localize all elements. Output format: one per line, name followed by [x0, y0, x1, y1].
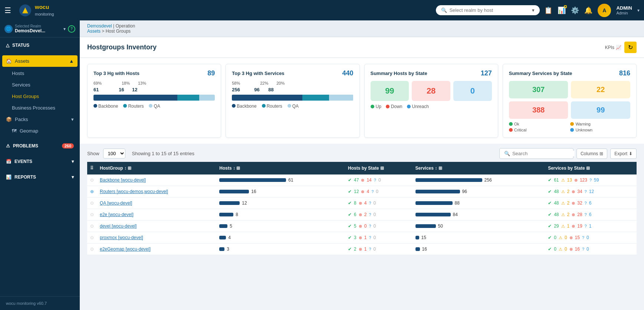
dashboard-icon-btn[interactable]: 📊: [558, 6, 566, 14]
search-box[interactable]: 🔍: [499, 148, 574, 159]
sidebar-item-problems[interactable]: ⚠ Problems 260: [0, 140, 80, 152]
sidebar-item-geomap[interactable]: 🗺 Geomap: [0, 125, 80, 137]
sok-icon-4: ✔: [548, 223, 552, 229]
sok-icon-5: ✔: [548, 235, 552, 240]
row-services-state-6: ✔ 0 ⚠ 0 ⊗ 16 ? 0: [545, 244, 637, 255]
kpis-chart-icon: 📈: [616, 45, 621, 50]
hok-count-3: 6: [354, 212, 356, 217]
sidebar-item-packs[interactable]: 📦 Packs ▾: [0, 114, 80, 125]
row-hosts-state-5: ✔ 3 ⊗ 1 ? 0: [345, 232, 413, 244]
hdown-count-1: 4: [367, 189, 369, 194]
hosts-bar-6: [219, 247, 224, 251]
hdown-count-5: 1: [364, 235, 367, 240]
row-services-state-5: ✔ 0 ⚠ 0 ⊗ 15 ? 0: [545, 232, 637, 244]
s-seg1-bar: [302, 95, 329, 101]
show-select[interactable]: 100 50 25: [103, 149, 125, 159]
settings-icon-btn[interactable]: ⚙️: [571, 6, 579, 14]
search-input[interactable]: [512, 151, 575, 156]
down-dot: [386, 105, 390, 108]
swarn-icon-6: ⚠: [559, 247, 562, 252]
sidebar-item-events[interactable]: 📅 Events ▾: [0, 155, 80, 168]
services-bar-5: [415, 236, 419, 239]
row-name-1[interactable]: Routers [wocu-demos,wocu-devel]: [97, 186, 216, 198]
th-hostgroup[interactable]: HostGroup ↕ ⊞: [97, 162, 216, 174]
h-seg2-bar: [199, 95, 215, 101]
realm-help-btn[interactable]: ?: [68, 25, 75, 33]
hamburger-icon[interactable]: ☰: [4, 6, 11, 15]
swarn-count-2: 2: [567, 200, 570, 206]
row-name-5[interactable]: proxmox [wocu-devel]: [97, 232, 216, 244]
sidebar-item-status[interactable]: △ Status: [0, 39, 80, 52]
table-row: ⊙ QA [wocu-devel] 12 ✔ 8 ⊗ 4 ? 0 88: [87, 198, 637, 209]
h-legend2: QA: [149, 104, 160, 109]
th-hosts-by-state[interactable]: Hosts by State ⊞: [345, 162, 413, 174]
sidebar-item-reports[interactable]: 📊 Reports ▾: [0, 171, 80, 183]
realm-label: Selected Realm: [15, 24, 45, 28]
services-count-3: 84: [453, 212, 458, 217]
svc-warning-count: 22: [597, 85, 605, 94]
swarn-count-4: 1: [567, 223, 570, 229]
down-label: Down: [391, 104, 402, 109]
row-name-4[interactable]: devel [wocu-devel]: [97, 221, 216, 232]
realm-dropdown-arrow[interactable]: ▾: [532, 7, 535, 13]
export-button[interactable]: Export ⬇: [610, 149, 637, 159]
row-hosts-3: 8: [216, 209, 345, 221]
reports-icon-btn[interactable]: 📋: [544, 6, 552, 14]
breadcrumb-current: Host Groups: [106, 29, 131, 34]
scrit-count-1: 34: [577, 189, 582, 194]
user-dropdown-arrow[interactable]: ▾: [637, 8, 640, 13]
realm-search-input[interactable]: [449, 7, 530, 13]
problems-label: Problems: [13, 143, 38, 149]
hostgroup-link-1[interactable]: Routers [wocu-demos,wocu-devel]: [100, 189, 168, 194]
breadcrumb-assets[interactable]: Assets: [87, 29, 101, 34]
services-count-2: 88: [455, 200, 460, 206]
th-hosts[interactable]: Hosts ↕ ⊞: [216, 162, 345, 174]
assets-icon: 🏠: [6, 58, 12, 64]
user-name: ADMIN: [616, 5, 632, 11]
sidebar-section-reports: 📊 Reports ▾: [0, 169, 80, 185]
refresh-button[interactable]: ↻: [624, 42, 637, 53]
hostgroup-link-2[interactable]: QA [wocu-devel]: [100, 200, 132, 206]
swarn-count-1: 2: [567, 189, 570, 194]
hosts-bar-1: [219, 190, 249, 193]
realm-dropdown-btn[interactable]: ▾: [63, 26, 66, 32]
th-services-by-state[interactable]: Services by State ⊞: [545, 162, 637, 174]
row-services-0: 256: [413, 174, 545, 186]
row-name-6[interactable]: e2eGeomap [wocu-devel]: [97, 244, 216, 255]
sidebar-item-assets[interactable]: 🏠 Assets ▲: [2, 55, 78, 67]
alerts-icon-btn[interactable]: 🔔: [584, 6, 592, 14]
sidebar-item-hostgroups[interactable]: Host Groups: [0, 91, 80, 102]
hostgroup-link-0[interactable]: Backbone [wocu-devel]: [100, 177, 146, 183]
sidebar-item-business-processes[interactable]: Business Processes: [0, 102, 80, 114]
columns-label: Columns: [581, 151, 598, 156]
packs-icon: 📦: [6, 117, 12, 122]
h-seg2-pct: 13%: [138, 81, 150, 85]
top3-hosts-total: 89: [207, 69, 215, 77]
sok-icon-3: ✔: [548, 212, 552, 217]
expand-icon-1[interactable]: ⊕: [90, 189, 94, 194]
hostgroup-link-3[interactable]: e2e [wocu-devel]: [100, 212, 134, 217]
row-name-3[interactable]: e2e [wocu-devel]: [97, 209, 216, 221]
hostgroup-link-6[interactable]: e2eGeomap [wocu-devel]: [100, 247, 151, 252]
search-icon: 🔍: [441, 7, 447, 13]
sidebar-item-hosts[interactable]: Hosts: [0, 68, 80, 79]
columns-button[interactable]: Columns ⊞: [576, 149, 607, 159]
hostgroup-link-4[interactable]: devel [wocu-devel]: [100, 223, 137, 229]
hostgroup-link-5[interactable]: proxmox [wocu-devel]: [100, 235, 143, 240]
row-services-2: 88: [413, 198, 545, 209]
breadcrumb-realm[interactable]: Demosdevel: [87, 23, 112, 29]
swarn-count-6: 0: [565, 247, 567, 252]
svc-ok-legend: Ok: [509, 122, 569, 126]
hok-icon-5: ✔: [348, 235, 352, 240]
svc-warning-box: 22: [571, 81, 630, 98]
hosts-down-count: 28: [427, 86, 436, 95]
th-drag: ⠿: [87, 162, 97, 174]
sidebar-item-services[interactable]: Services: [0, 79, 80, 91]
scrit-count-3: 28: [577, 212, 582, 217]
realm-search-bar[interactable]: 🔍 ▾: [436, 5, 540, 15]
row-name-2[interactable]: QA [wocu-devel]: [97, 198, 216, 209]
row-name-0[interactable]: Backbone [wocu-devel]: [97, 174, 216, 186]
kpis-button[interactable]: KPIs 📈: [602, 43, 624, 52]
hosts-unreach-box: 0: [453, 81, 492, 101]
th-services[interactable]: Services ↕ ⊞: [413, 162, 545, 174]
